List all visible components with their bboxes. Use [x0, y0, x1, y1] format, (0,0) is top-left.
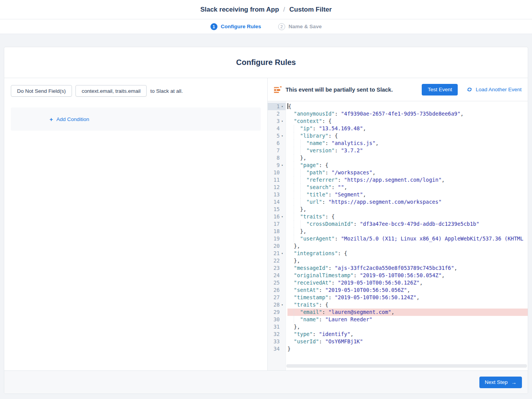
gutter-line: 11	[268, 176, 286, 184]
step-configure-rules[interactable]: 1 Configure Rules	[210, 23, 261, 30]
line-number: 31	[274, 323, 280, 331]
code-line: "search": "",	[287, 184, 528, 191]
gutter-line: 8	[268, 154, 286, 162]
indent-guide	[287, 264, 294, 272]
indent-guide	[287, 169, 294, 176]
gutter-line: 20	[268, 242, 286, 250]
editor-code[interactable]: {"anonymousId": "4f9390ae-2657-4fe1-9d95…	[286, 101, 528, 370]
fold-arrow-icon[interactable]: ▾	[280, 118, 285, 125]
indent-guide	[300, 176, 306, 184]
fold-arrow-icon[interactable]: ▾	[280, 301, 285, 309]
editor-horizontal-scrollbar[interactable]	[286, 364, 527, 368]
code-line: "version": "3.7.2"	[287, 147, 528, 154]
json-punctuation: ,	[416, 294, 419, 300]
code-line: "page": {	[287, 162, 528, 169]
indent-guide	[287, 110, 294, 118]
indent-guide	[294, 132, 300, 140]
line-number: 4	[277, 125, 280, 132]
json-key: "receivedAt"	[294, 280, 332, 286]
json-punctuation: :	[335, 147, 341, 153]
indent-guide	[294, 235, 300, 242]
indent-guide	[287, 132, 294, 140]
indent-guide	[287, 323, 294, 331]
code-line: "url": "https://app.segment.com/workspac…	[287, 198, 528, 206]
code-line: "crossDomainId": "df3a47ee-bcc9-479d-add…	[287, 220, 528, 228]
json-punctuation: :	[328, 294, 335, 300]
indent-guide	[287, 309, 294, 316]
gutter-line: 28▾	[268, 301, 286, 309]
step-name-save[interactable]: 2 Name & Save	[278, 23, 322, 30]
indent-guide	[294, 154, 300, 162]
code-line: "originalTimestamp": "2019-05-10T00:56:5…	[287, 272, 528, 279]
json-key: "sentAt"	[294, 287, 319, 293]
json-punctuation: }	[287, 346, 291, 352]
indent-guide	[294, 184, 300, 191]
step-2-label: Name & Save	[289, 24, 322, 29]
json-string-value: "Segment"	[335, 191, 363, 198]
next-step-button[interactable]: Next Step →	[479, 377, 522, 388]
fold-arrow-icon[interactable]: ▾	[280, 132, 285, 140]
line-number: 7	[277, 147, 280, 154]
line-number: 16	[274, 213, 280, 220]
json-string-value: "2019-05-10T00:56:50.124Z"	[335, 294, 416, 300]
json-punctuation: : {	[319, 162, 328, 168]
condition-panel: + Add Condition	[11, 107, 261, 131]
line-number: 21	[274, 250, 280, 257]
gutter-line: 17	[268, 220, 286, 228]
fold-arrow-icon[interactable]: ▾	[280, 103, 285, 110]
code-line: "anonymousId": "4f9390ae-2657-4fe1-9d95-…	[287, 110, 528, 118]
json-key: "integrations"	[294, 250, 338, 256]
json-key: "referrer"	[306, 177, 338, 183]
code-line: "context": {	[287, 118, 528, 125]
line-number: 22	[274, 257, 280, 264]
json-punctuation: :	[335, 111, 341, 117]
load-another-event-button[interactable]: Load Another Event	[467, 87, 522, 92]
test-event-button[interactable]: Test Event	[422, 84, 458, 95]
rule-action-button[interactable]: Do Not Send Field(s)	[11, 85, 72, 97]
json-editor[interactable]: 1▾23▾45▾6789▾10111213141516▾1718192021▾2…	[268, 101, 528, 370]
gutter-line: 30	[268, 316, 286, 323]
code-line: },	[287, 228, 528, 235]
gutter-line: 25	[268, 279, 286, 286]
gutter-line: 34	[268, 345, 286, 353]
editor-gutter[interactable]: 1▾23▾45▾6789▾10111213141516▾1718192021▾2…	[268, 101, 286, 370]
gutter-line: 33	[268, 338, 286, 345]
indent-guide	[287, 228, 294, 235]
json-punctuation: },	[294, 243, 300, 249]
gutter-line: 16▾	[268, 213, 286, 220]
indent-guide	[287, 257, 294, 264]
gutter-line: 32	[268, 331, 286, 338]
line-number: 19	[274, 235, 280, 242]
json-punctuation: },	[300, 228, 306, 234]
gutter-line: 10	[268, 169, 286, 176]
gutter-line: 9▾	[268, 162, 286, 169]
indent-guide	[294, 147, 300, 154]
fold-arrow-icon[interactable]: ▾	[280, 213, 285, 220]
indent-guide	[300, 140, 306, 147]
json-key: "url"	[306, 199, 322, 205]
json-punctuation: :	[319, 338, 325, 344]
json-string-value: "4f9390ae-2657-4fe1-9d95-735bde8ee6a9"	[341, 111, 460, 117]
json-string-value: "/workspaces"	[332, 169, 373, 176]
code-line: "name": "analytics.js",	[287, 140, 528, 147]
rule-fields-button[interactable]: context.email, traits.email	[75, 85, 147, 97]
breadcrumb-destination[interactable]: Slack receiving from App	[200, 6, 279, 14]
json-key: "traits"	[300, 213, 325, 220]
json-key: "traits"	[294, 302, 319, 308]
fold-arrow-icon[interactable]: ▾	[280, 162, 285, 169]
fold-arrow-icon[interactable]: ▾	[280, 250, 285, 257]
json-string-value: "OsY6MFBj1K"	[325, 338, 363, 344]
top-header: Slack receiving from App / Custom Filter	[0, 0, 532, 19]
add-condition-button[interactable]: + Add Condition	[50, 116, 89, 122]
indent-guide	[300, 169, 306, 176]
code-line: "messageId": "ajs-33ffc2ac0a550e8f053789…	[287, 264, 528, 272]
code-line: "userAgent": "Mozilla/5.0 (X11; Linux x8…	[287, 235, 528, 242]
line-number: 32	[274, 331, 280, 338]
json-string-value: "df3a47ee-bcc9-479d-addb-dc1239e5cb1b"	[360, 221, 479, 227]
gutter-line: 23	[268, 264, 286, 272]
event-preview-header: This event will be partially sent to Sla…	[268, 78, 528, 101]
indent-guide	[287, 140, 294, 147]
configure-rules-card: Configure Rules Do Not Send Field(s) con…	[4, 47, 528, 394]
code-line: }	[287, 345, 528, 353]
load-another-event-label: Load Another Event	[476, 87, 522, 92]
